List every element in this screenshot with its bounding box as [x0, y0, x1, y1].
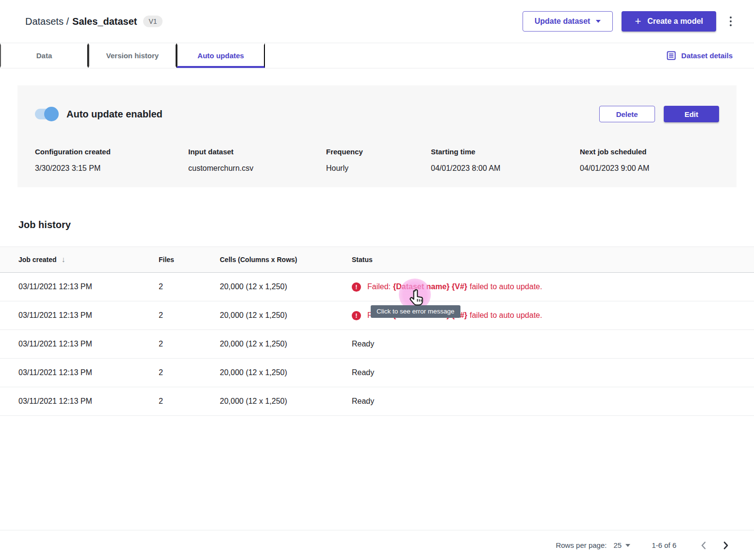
- status-ready: Ready: [352, 368, 754, 377]
- cell-files: 2: [159, 397, 220, 406]
- status-suffix: failed to auto update.: [470, 311, 542, 320]
- kebab-dot: [730, 24, 732, 26]
- tab-version-history[interactable]: Version history: [88, 43, 177, 68]
- field-value: 3/30/2023 3:15 PM: [35, 164, 188, 173]
- update-dataset-label: Update dataset: [535, 17, 590, 26]
- page: Datasets / Sales_dataset V1 Update datas…: [0, 0, 754, 560]
- cell-files: 2: [159, 282, 220, 291]
- tab-bar: Data Version history Auto updates Datase…: [0, 43, 754, 68]
- field-configuration-created: Configuration created 3/30/2023 3:15 PM: [35, 148, 188, 173]
- column-header-job-created[interactable]: Job created↓: [0, 255, 159, 264]
- page-title: Sales_dataset: [72, 16, 137, 27]
- field-frequency: Frequency Hourly: [326, 148, 431, 173]
- table-row: 03/11/2021 12:13 PM 2 20,000 (12 x 1,250…: [0, 387, 754, 416]
- job-history-title: Job history: [18, 219, 754, 231]
- cell-job-created: 03/11/2021 12:13 PM: [0, 340, 159, 348]
- cell-job-created: 03/11/2021 12:13 PM: [0, 368, 159, 377]
- field-starting-time: Starting time 04/01/2023 8:00 AM: [431, 148, 580, 173]
- cell-job-created: 03/11/2021 12:13 PM: [0, 282, 159, 291]
- field-label: Frequency: [326, 148, 431, 156]
- field-value: Hourly: [326, 164, 431, 173]
- cell-files: 2: [159, 368, 220, 377]
- field-value: 04/01/2023 8:00 AM: [431, 164, 580, 173]
- plus-icon: +: [635, 16, 641, 27]
- table-row: 03/11/2021 12:13 PM 2 20,000 (12 x 1,250…: [0, 330, 754, 359]
- job-history-table: Job created↓ Files Cells (Columns x Rows…: [0, 247, 754, 416]
- kebab-dot: [730, 20, 732, 22]
- table-row: 03/11/2021 12:13 PM 2 20,000 (12 x 1,250…: [0, 273, 754, 301]
- table-header-row: Job created↓ Files Cells (Columns x Rows…: [0, 247, 754, 273]
- cell-job-created: 03/11/2021 12:13 PM: [0, 397, 159, 406]
- cell-job-created: 03/11/2021 12:13 PM: [0, 311, 159, 320]
- column-header-label: Job created: [18, 256, 57, 264]
- field-input-dataset: Input dataset customerchurn.csv: [188, 148, 326, 173]
- cell-files: 2: [159, 340, 220, 348]
- auto-update-panel: Auto update enabled Delete Edit Configur…: [17, 85, 737, 187]
- cell-cells: 20,000 (12 x 1,250): [220, 397, 352, 406]
- breadcrumb-datasets-link[interactable]: Datasets /: [25, 16, 69, 27]
- status-dataset-name: {Dataset name} {V#}: [393, 282, 467, 291]
- auto-update-config-fields: Configuration created 3/30/2023 3:15 PM …: [35, 148, 719, 173]
- chevron-down-icon: [596, 20, 601, 23]
- column-header-files[interactable]: Files: [159, 256, 220, 264]
- status-ready: Ready: [352, 340, 754, 348]
- delete-button[interactable]: Delete: [599, 106, 655, 122]
- error-tooltip: Click to see error message: [371, 305, 460, 318]
- toggle-knob: [44, 107, 59, 121]
- edit-button[interactable]: Edit: [664, 106, 719, 122]
- top-header: Datasets / Sales_dataset V1 Update datas…: [0, 0, 754, 43]
- create-model-label: Create a model: [647, 17, 703, 26]
- auto-update-toggle[interactable]: [35, 109, 57, 119]
- column-header-cells[interactable]: Cells (Columns x Rows): [220, 256, 352, 264]
- rows-per-page-label: Rows per page:: [556, 541, 606, 549]
- pagination-range: 1-6 of 6: [652, 541, 676, 549]
- field-next-job-scheduled: Next job scheduled 04/01/2023 9:00 AM: [580, 148, 719, 173]
- dataset-details-link[interactable]: Dataset details: [667, 43, 733, 68]
- create-model-button[interactable]: + Create a model: [622, 11, 716, 32]
- chevron-left-icon: [700, 541, 707, 550]
- auto-update-toggle-label: Auto update enabled: [66, 109, 163, 120]
- breadcrumb: Datasets / Sales_dataset V1: [25, 16, 163, 27]
- cell-files: 2: [159, 311, 220, 320]
- status-failed-link[interactable]: ! Failed: {Dataset name} {V#} failed to …: [352, 282, 542, 292]
- kebab-menu-button[interactable]: [724, 11, 738, 32]
- update-dataset-button[interactable]: Update dataset: [523, 11, 613, 32]
- chevron-down-icon: [625, 544, 630, 547]
- rows-per-page-select[interactable]: 25: [613, 541, 630, 549]
- table-row: 03/11/2021 12:13 PM 2 20,000 (12 x 1,250…: [0, 359, 754, 387]
- dataset-details-label: Dataset details: [681, 51, 733, 60]
- kebab-dot: [730, 16, 732, 18]
- field-value: customerchurn.csv: [188, 164, 326, 173]
- table-footer: Rows per page: 25 1-6 of 6: [0, 530, 754, 560]
- document-icon: [667, 51, 676, 60]
- tab-auto-updates[interactable]: Auto updates: [177, 43, 265, 68]
- field-label: Input dataset: [188, 148, 326, 156]
- field-label: Next job scheduled: [580, 148, 719, 156]
- header-actions: Update dataset + Create a model: [523, 11, 738, 32]
- field-label: Configuration created: [35, 148, 188, 156]
- column-header-status[interactable]: Status: [352, 256, 754, 264]
- cell-cells: 20,000 (12 x 1,250): [220, 368, 352, 377]
- status-prefix: Failed:: [367, 282, 391, 291]
- sort-descending-icon[interactable]: ↓: [62, 255, 66, 264]
- error-icon: !: [352, 282, 361, 292]
- cell-cells: 20,000 (12 x 1,250): [220, 282, 352, 291]
- field-value: 04/01/2023 9:00 AM: [580, 164, 719, 173]
- cell-cells: 20,000 (12 x 1,250): [220, 311, 352, 320]
- status-suffix: failed to auto update.: [470, 282, 542, 291]
- rows-per-page-value: 25: [613, 541, 622, 549]
- field-label: Starting time: [431, 148, 580, 156]
- error-icon: !: [352, 311, 361, 320]
- tab-data[interactable]: Data: [0, 43, 88, 68]
- cell-cells: 20,000 (12 x 1,250): [220, 340, 352, 348]
- chevron-right-icon: [722, 541, 729, 550]
- previous-page-button[interactable]: [698, 540, 709, 551]
- status-ready: Ready: [352, 397, 754, 406]
- version-badge: V1: [143, 16, 162, 27]
- next-page-button[interactable]: [720, 540, 732, 551]
